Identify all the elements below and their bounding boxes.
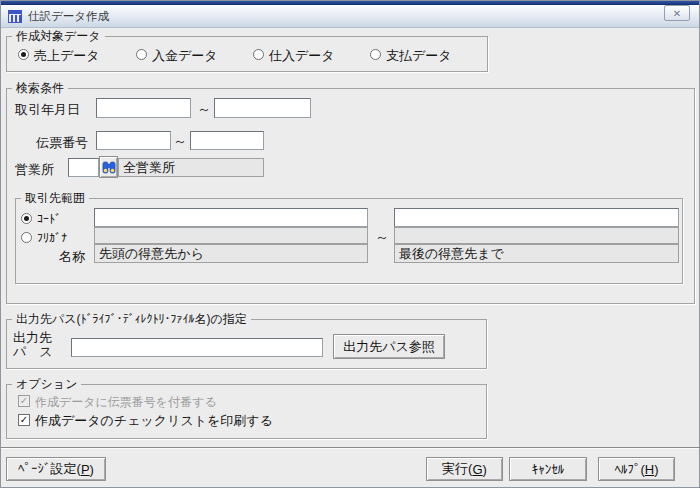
date-range-tilde: ～ xyxy=(197,101,211,119)
office-code-input[interactable] xyxy=(68,158,99,177)
partner-name-to-display: 最後の得意先まで xyxy=(394,244,679,263)
titlebar[interactable]: 仕訳データ作成 xyxy=(1,5,699,28)
target-data-group-title: 作成対象データ xyxy=(12,29,105,43)
close-icon: ✕ xyxy=(673,8,681,19)
help-button[interactable]: ﾍﾙﾌﾟ(H) xyxy=(598,457,675,481)
output-path-input[interactable] xyxy=(71,338,323,357)
output-path-label-line2: パ ス xyxy=(13,343,53,361)
cancel-button[interactable]: ｷｬﾝｾﾙ xyxy=(509,457,587,481)
page-setup-button[interactable]: ﾍﾟｰｼﾞ設定(P) xyxy=(6,457,106,481)
office-name-display: 全営業所 xyxy=(118,158,264,177)
partner-range-group-title: 取引先範囲 xyxy=(21,191,89,205)
partner-kana-to-display xyxy=(394,227,679,244)
app-ledger-icon xyxy=(8,10,22,23)
radio-partner-kana-label[interactable]: ﾌﾘｶﾞﾅ xyxy=(37,231,67,245)
check-icon: ✓ xyxy=(20,414,28,425)
checkbox-print-checklist-label[interactable]: 作成データのチェックリストを印刷する xyxy=(35,412,273,430)
checkbox-assign-slip-number: ✓ xyxy=(18,395,30,407)
close-button[interactable]: ✕ xyxy=(664,5,690,21)
help-mnemonic: H xyxy=(645,462,654,477)
page-setup-label-post: ) xyxy=(90,462,94,477)
partner-code-to-input[interactable] xyxy=(394,208,679,227)
run-label-pre: 実行( xyxy=(442,460,472,478)
partner-name-from-display: 先頭の得意先から xyxy=(94,244,368,263)
radio-payment-data-label[interactable]: 支払データ xyxy=(386,47,452,65)
partner-name-label: 名称 xyxy=(59,248,85,266)
radio-sales-data-label[interactable]: 売上データ xyxy=(34,47,100,65)
page-setup-mnemonic: P xyxy=(81,462,90,477)
radio-purchase-data[interactable] xyxy=(253,49,264,60)
run-button[interactable]: 実行(G) xyxy=(426,457,503,481)
radio-purchase-data-label[interactable]: 仕入データ xyxy=(269,47,335,65)
journal-data-creation-dialog: 仕訳データ作成 ✕ 作成対象データ 売上データ 入金データ 仕入データ 支払デー… xyxy=(0,0,700,488)
output-path-group-title: 出力先パス(ﾄﾞﾗｲﾌﾞ･ﾃﾞｨﾚｸﾄﾘ･ﾌｧｲﾙ名)の指定 xyxy=(12,312,251,326)
radio-receipt-data[interactable] xyxy=(136,49,147,60)
office-label: 営業所 xyxy=(15,161,54,179)
office-lookup-button[interactable] xyxy=(99,156,118,178)
binoculars-search-icon xyxy=(102,160,116,175)
output-path-browse-button[interactable]: 出力先パス参照 xyxy=(333,334,445,359)
transaction-date-from-input[interactable] xyxy=(96,98,191,118)
radio-payment-data[interactable] xyxy=(370,49,381,60)
options-group-title: オプション xyxy=(12,377,81,391)
run-mnemonic: G xyxy=(472,462,482,477)
cancel-label: ｷｬﾝｾﾙ xyxy=(532,462,565,477)
slip-number-from-input[interactable] xyxy=(96,131,171,150)
radio-partner-code[interactable] xyxy=(21,213,32,224)
radio-partner-code-label[interactable]: ｺｰﾄﾞ xyxy=(37,212,61,226)
slip-number-label: 伝票番号 xyxy=(36,134,88,152)
output-path-browse-label: 出力先パス参照 xyxy=(343,338,435,356)
footer-separator xyxy=(1,447,699,449)
transaction-date-to-input[interactable] xyxy=(214,98,311,118)
window-title: 仕訳データ作成 xyxy=(28,9,109,24)
checkbox-assign-slip-number-label: 作成データに伝票番号を付番する xyxy=(35,394,217,411)
partner-code-from-input[interactable] xyxy=(94,208,368,227)
checkbox-print-checklist[interactable]: ✓ xyxy=(18,414,30,426)
search-criteria-group-title: 検索条件 xyxy=(12,81,68,95)
transaction-date-label: 取引年月日 xyxy=(15,101,80,119)
help-label-post: ) xyxy=(654,462,658,477)
partner-range-tilde: ～ xyxy=(375,229,389,247)
slip-range-tilde: ～ xyxy=(173,133,187,151)
check-icon: ✓ xyxy=(20,395,28,406)
radio-partner-kana[interactable] xyxy=(21,232,32,243)
partner-kana-from-display xyxy=(94,227,368,244)
run-label-post: ) xyxy=(483,462,487,477)
radio-sales-data[interactable] xyxy=(18,49,29,60)
help-label-pre: ﾍﾙﾌﾟ( xyxy=(614,462,644,477)
page-setup-label-pre: ﾍﾟｰｼﾞ設定( xyxy=(18,460,81,478)
slip-number-to-input[interactable] xyxy=(190,131,264,150)
radio-receipt-data-label[interactable]: 入金データ xyxy=(152,47,218,65)
